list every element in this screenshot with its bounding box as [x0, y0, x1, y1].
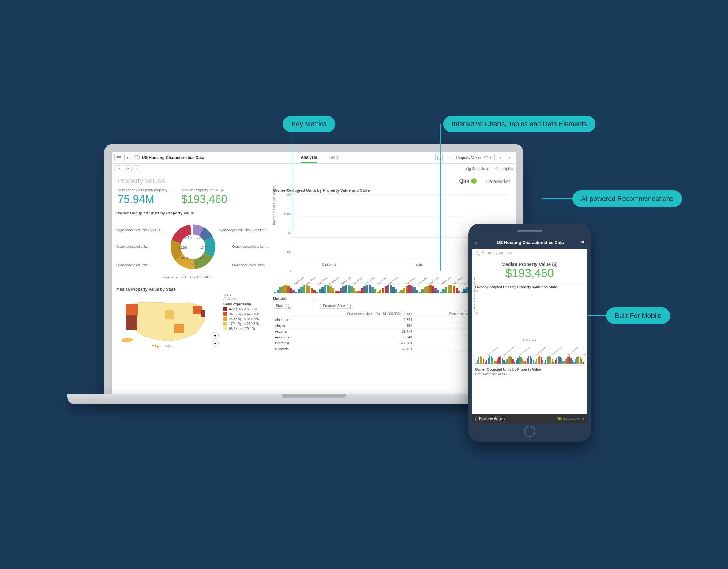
donut-chart[interactable]: 8.1% 9.0% 15.5% 15.7% 18.3% 16.2% 15.2% … [116, 217, 269, 281]
mobile-footer-fwd[interactable]: › [583, 417, 584, 421]
phone-speaker [517, 230, 542, 232]
sheet-selector[interactable]: Property Values ▼ [454, 154, 495, 161]
left-column: Number of Units (with property … 75.94M … [116, 188, 269, 352]
us-map: + − © Qlik [116, 294, 220, 349]
svg-rect-12 [126, 304, 138, 315]
mobile-search-input[interactable]: Search your data [472, 249, 587, 257]
svg-rect-15 [201, 310, 205, 317]
insights-link[interactable]: Insights [495, 166, 513, 171]
svg-rect-16 [165, 310, 174, 320]
globe-icon [134, 155, 140, 160]
phone-home-button[interactable] [524, 426, 535, 437]
prev-sheet-button[interactable]: ‹ [497, 154, 504, 161]
legend-expr: Color expression [223, 302, 269, 306]
selections-link[interactable]: Selections [466, 166, 489, 171]
dropdown-caret-button[interactable]: ▼ [124, 154, 131, 161]
page-title: Property Values [118, 177, 165, 185]
donut-label: Owner-occupied units - $500,0… [116, 228, 163, 232]
next-sheet-button[interactable]: › [506, 154, 513, 161]
brand-name: Qlik [459, 178, 469, 184]
callout-line [587, 316, 606, 316]
legend-rows: 422.18k - < 503.1k341.26k - < 422.18k260… [223, 307, 269, 331]
donut-label: Owner-occupied units - … [232, 263, 269, 267]
legend-header: State [223, 294, 269, 297]
map-zoom-out-button[interactable]: − [212, 340, 219, 347]
legend-row: 341.26k - < 422.18k [223, 312, 269, 316]
ytick: 1M [474, 312, 478, 315]
mobile-device: ‹ US Housing Characteristics Data ≡ Sear… [468, 223, 591, 442]
selection-back-button[interactable]: ⟲ [114, 165, 122, 172]
mobile-footer-dm: DataMarket [566, 417, 581, 420]
donut-pct: 15.5% [177, 246, 189, 249]
filter-property-value[interactable]: Property Value [320, 303, 353, 309]
donut-pct: 15.7% [198, 246, 211, 249]
bar-xlabel: Owner-occup… [582, 345, 587, 357]
kpi-median-label: Median Property Value ($) [181, 188, 227, 192]
map-attribution: © Qlik [165, 345, 172, 348]
callout-mobile: Built For Mobile [606, 308, 670, 324]
donut-label: Owner-occupied units - … [232, 245, 269, 248]
mobile-ylabel: Number of Units (with proper… [473, 274, 476, 313]
donut-label: Owner-occupied units … [116, 245, 152, 248]
bar-ylabel: Number of Units (with proper… [272, 183, 276, 225]
selections-bar: ⟲ ⟳ ✕ Selections Insights [112, 163, 516, 174]
bookmark-button[interactable] [435, 154, 443, 161]
ytick: 0 [289, 269, 291, 273]
mobile-footer-back[interactable]: ‹ [475, 416, 477, 421]
table-header: Owner-occupied units - $1,000,000 or mor… [310, 311, 414, 317]
bookmark-caret-button[interactable]: ▼ [445, 154, 452, 161]
kpi-median-value[interactable]: Median Property Value ($) $193,460 [181, 188, 227, 206]
donut-pct: 8.1% [182, 236, 195, 239]
donut-label: Owner-occupied units - $150,000 to… [162, 275, 216, 279]
tab-story[interactable]: Story [329, 152, 339, 163]
bar-group-label: Texas [414, 262, 423, 266]
mobile-kpi[interactable]: Median Property Value ($) $193,460 [472, 257, 587, 283]
app-title: US Housing Characteristics Data [142, 155, 204, 160]
legend-row: 260.34k - < 341.26k [223, 317, 269, 321]
map-legend: State Area layer Color expression 422.18… [223, 294, 269, 349]
mobile-app-screen: ‹ US Housing Characteristics Data ≡ Sear… [472, 236, 587, 423]
filter-pv-label: Property Value [323, 304, 345, 308]
mobile-state-label: California [523, 339, 536, 342]
mobile-kpi-value: $193,460 [472, 267, 587, 280]
search-icon [286, 304, 289, 308]
insights-icon [495, 166, 499, 171]
svg-rect-0 [484, 156, 488, 159]
bar-xlabel [398, 278, 405, 284]
map-zoom-in-button[interactable]: + [212, 332, 219, 339]
donut-pct: 15.2% [187, 262, 200, 266]
bar-group-label: California [322, 262, 336, 266]
mobile-back-button[interactable]: ‹ [475, 239, 477, 246]
mobile-bar-chart[interactable]: Number of Units (with proper… 2M 1M Cali… [472, 290, 587, 354]
donut-pct: 9.0% [194, 237, 206, 240]
filter-state-label: State [276, 304, 284, 308]
desktop-app-screen: ▼ US Housing Characteristics Data Analys… [112, 152, 516, 394]
donut-pct: 18.3% [179, 256, 191, 260]
mobile-header: ‹ US Housing Characteristics Data ≡ [472, 236, 587, 249]
ytick: 1.5M [284, 212, 291, 215]
kpi-median-value-text: $193,460 [181, 193, 227, 206]
callout-ai: AI-powered Recommendations [572, 190, 682, 207]
mobile-menu-button[interactable]: ≡ [581, 240, 584, 245]
tab-analysis[interactable]: Analysis [301, 152, 317, 163]
map-chart[interactable]: + − © Qlik State Area layer Color expres… [116, 294, 269, 349]
mobile-section2-sub: Owner-occupied units - $1… [472, 372, 587, 378]
ytick: 500k [284, 250, 291, 253]
bar-y-axis: 2M 1.5M 1M 500k 0 [277, 194, 292, 271]
svg-rect-13 [126, 315, 137, 330]
svg-rect-2 [468, 167, 469, 170]
svg-point-18 [152, 345, 154, 346]
mobile-footer: ‹ Property Values Qlik ● DataMarket › [472, 414, 587, 423]
selection-fwd-button[interactable]: ⟳ [124, 165, 132, 172]
svg-rect-1 [466, 167, 467, 170]
selection-clear-button[interactable]: ✕ [133, 165, 141, 172]
callout-line [542, 198, 572, 199]
svg-rect-3 [469, 168, 471, 170]
mobile-section2-title: Owner-Occupied Units by Property Value [472, 365, 587, 372]
svg-point-4 [496, 167, 498, 169]
svg-point-20 [157, 346, 159, 348]
kpi-units[interactable]: Number of Units (with property … 75.94M [118, 188, 172, 206]
filter-state[interactable]: State [273, 303, 292, 309]
brand-logo: Qlik DataMarket [459, 178, 510, 184]
hamburger-menu-button[interactable] [114, 154, 123, 161]
